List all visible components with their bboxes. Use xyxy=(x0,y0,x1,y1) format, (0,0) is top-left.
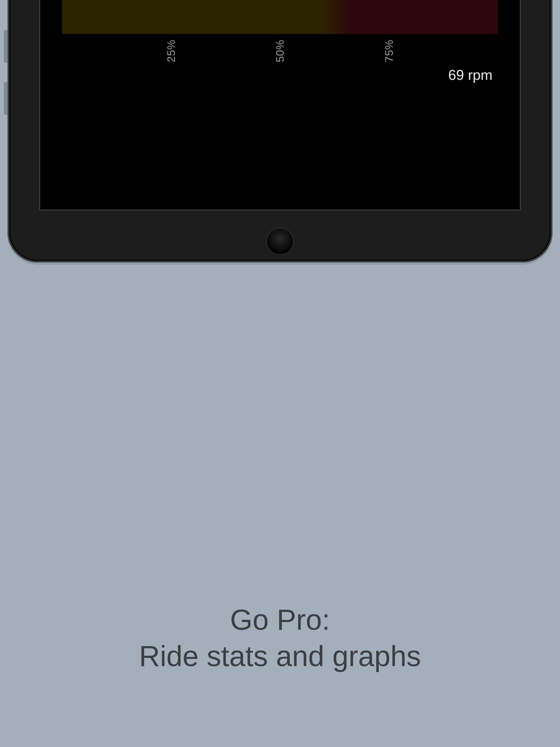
x-tick-50: 50% xyxy=(274,40,286,62)
caption-line-1: Go Pro: xyxy=(0,601,560,638)
volume-down-button[interactable] xyxy=(4,82,8,115)
tablet-frame: 25% 50% 75% 69 rpm xyxy=(8,0,552,262)
device-screen: 25% 50% 75% 69 rpm xyxy=(39,0,521,210)
promo-caption: Go Pro: Ride stats and graphs xyxy=(0,601,560,674)
x-axis-ticks: 25% 50% 75% xyxy=(62,45,498,78)
home-button[interactable] xyxy=(267,228,293,254)
current-rpm-label: 69 rpm xyxy=(448,67,492,83)
x-tick-25: 25% xyxy=(165,40,177,62)
volume-up-button[interactable] xyxy=(4,30,8,63)
cadence-line-chart xyxy=(62,0,498,34)
x-tick-75: 75% xyxy=(383,40,395,62)
cadence-chart xyxy=(62,0,498,34)
caption-line-2: Ride stats and graphs xyxy=(0,638,560,674)
